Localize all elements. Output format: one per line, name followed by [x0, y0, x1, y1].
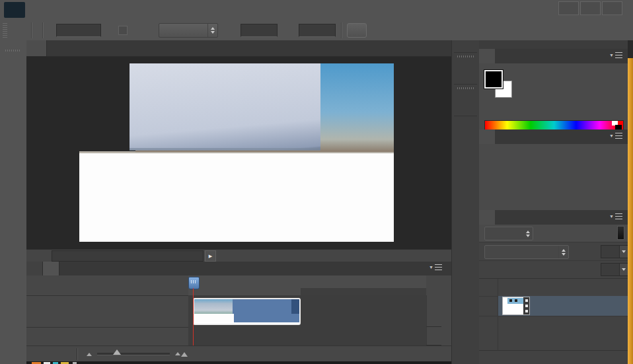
adjustments-panel-menu-icon[interactable]: ▼ [609, 133, 622, 139]
desktop-edge [628, 58, 633, 364]
refine-edge-button[interactable] [347, 23, 367, 38]
blend-mode-select[interactable] [484, 245, 569, 259]
options-bar [0, 20, 633, 41]
transport-controls [26, 275, 188, 296]
zoom-in-icon[interactable] [175, 352, 188, 357]
color-panel-header: ▼ [479, 49, 628, 63]
layers-bottom-bar [479, 350, 628, 364]
playhead-line [193, 288, 194, 346]
antialias-checkbox[interactable] [118, 26, 128, 35]
layer-row-layer-1[interactable] [479, 296, 628, 316]
maximize-button[interactable] [580, 1, 601, 15]
color-panel-menu-icon[interactable]: ▼ [609, 52, 622, 58]
color-spectrum-ramp[interactable] [484, 120, 624, 130]
tab-paths[interactable] [511, 210, 527, 225]
layer-filtering-toggle[interactable] [617, 226, 624, 240]
layer-row-video-group[interactable] [479, 279, 628, 297]
tab-layers[interactable] [479, 210, 495, 225]
tab-timeline[interactable] [43, 262, 59, 275]
clip-thumbnail [194, 299, 233, 314]
options-grip [3, 23, 7, 38]
timeline-panel: ▼ [26, 262, 451, 361]
add-video-media-button[interactable] [426, 295, 441, 327]
audio-track-header [26, 327, 188, 346]
zoom-out-icon[interactable] [87, 353, 92, 356]
minimize-button[interactable] [558, 1, 579, 15]
status-flyout-button[interactable]: ▶ [205, 250, 216, 262]
foreground-color-swatch[interactable] [484, 70, 503, 89]
doc-size-field[interactable] [52, 250, 204, 262]
tools-panel [0, 40, 27, 364]
tool-preset-icon[interactable] [10, 22, 26, 38]
window-controls [558, 1, 622, 15]
image-building [130, 63, 320, 150]
status-bar: ▶ [26, 249, 451, 262]
blend-mode-row [479, 242, 628, 261]
photoshop-logo [4, 2, 25, 18]
clip-end-handle[interactable] [291, 299, 299, 314]
timeline-zoom-slider[interactable] [97, 353, 170, 355]
fill-field[interactable] [601, 263, 628, 276]
timeline-ruler[interactable] [188, 275, 426, 296]
layers-panel [479, 225, 628, 364]
layers-list [479, 278, 628, 351]
desktop-bottom-edge [26, 361, 451, 364]
lock-row [479, 260, 628, 279]
tab-channels[interactable] [495, 210, 511, 225]
playhead[interactable] [188, 277, 200, 289]
toolbar-grip[interactable] [5, 50, 21, 52]
color-panel [479, 63, 628, 129]
adjustments-panel [479, 144, 628, 210]
video-clip-layer-1[interactable] [193, 298, 301, 325]
timeline-panel-menu-icon[interactable]: ▼ [429, 264, 442, 270]
video-track-lane [188, 295, 426, 328]
collapsed-panel-dock [451, 40, 480, 364]
layers-panel-menu-icon[interactable]: ▼ [609, 213, 622, 219]
height-input[interactable] [299, 24, 336, 37]
close-button[interactable] [602, 1, 622, 15]
tab-color[interactable] [479, 49, 495, 63]
document-area: ▶ [26, 40, 451, 262]
audio-track-lane [188, 327, 426, 346]
image-ground [79, 153, 394, 242]
layer-thumbnail[interactable] [502, 297, 530, 315]
video-track-header [26, 295, 188, 328]
zoom-slider-thumb[interactable] [113, 349, 121, 355]
layer-filter-kind-select[interactable] [484, 227, 533, 240]
layers-filter-row [479, 225, 628, 242]
feather-input[interactable] [56, 24, 101, 37]
visibility-toggle[interactable] [479, 279, 498, 296]
panel-dock: ▼ ▼ ▼ [479, 40, 628, 364]
tab-mini-bridge[interactable] [26, 262, 43, 275]
3d-panel-button[interactable] [454, 84, 477, 116]
tab-swatches[interactable] [495, 49, 511, 63]
layers-panel-header: ▼ [479, 210, 628, 225]
photoshop-window: ▶ ▼ [0, 0, 633, 364]
tab-styles[interactable] [495, 129, 511, 144]
add-audio-media-button[interactable] [426, 327, 441, 346]
adjustments-panel-header: ▼ [479, 129, 628, 144]
opacity-field[interactable] [601, 245, 628, 258]
history-panel-button[interactable] [454, 52, 477, 85]
document-tab-bar [26, 40, 451, 57]
timeline-bottom-bar [26, 346, 451, 362]
style-select[interactable] [159, 23, 218, 38]
canvas[interactable] [26, 57, 451, 249]
menu-bar [0, 0, 633, 20]
width-input[interactable] [241, 24, 278, 37]
timeline-tab-bar: ▼ [26, 262, 451, 275]
tab-adjustments[interactable] [479, 129, 495, 144]
visibility-toggle[interactable] [479, 296, 498, 316]
document-tab[interactable] [26, 40, 47, 56]
